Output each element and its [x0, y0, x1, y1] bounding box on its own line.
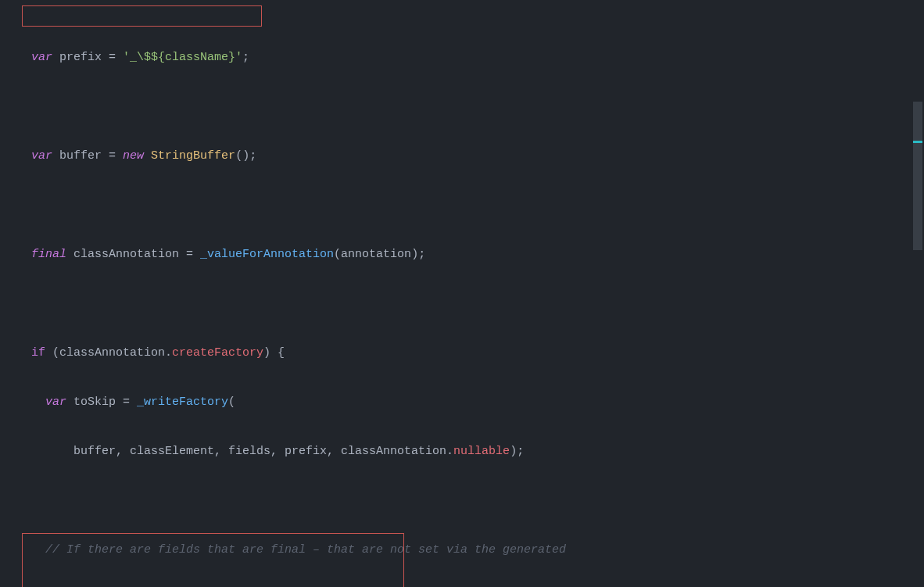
- code-area[interactable]: var prefix = '_\$${className}'; var buff…: [0, 0, 924, 587]
- code-editor[interactable]: var prefix = '_\$${className}'; var buff…: [0, 0, 924, 587]
- kw-var: var: [31, 51, 52, 64]
- vertical-scrollbar[interactable]: [911, 0, 922, 587]
- scroll-marker: [913, 141, 922, 143]
- scroll-thumb[interactable]: [913, 102, 922, 250]
